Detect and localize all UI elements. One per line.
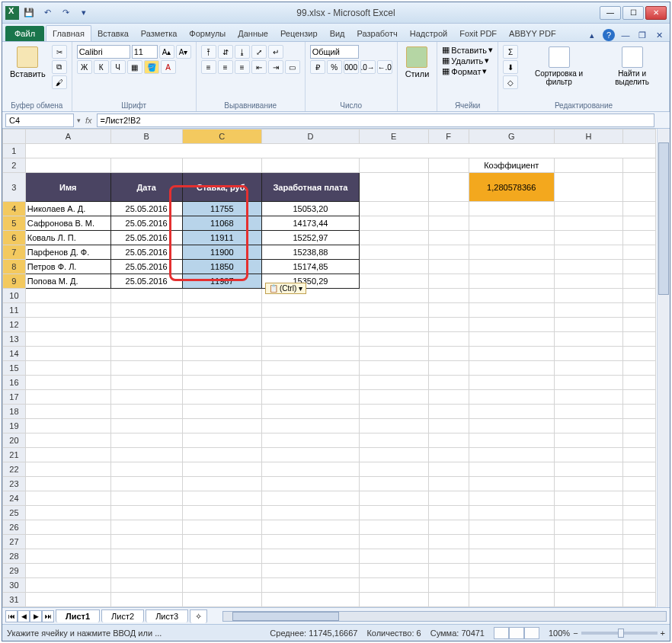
align-top-button[interactable]: ⭱ (201, 45, 216, 59)
tab-addins[interactable]: Надстрой (404, 26, 453, 41)
col-header-F[interactable]: F (428, 130, 469, 144)
orientation-button[interactable]: ⤢ (251, 45, 267, 59)
autosum-button[interactable]: Σ (503, 45, 518, 59)
sheet-nav-prev[interactable]: ◀ (18, 610, 30, 622)
align-middle-button[interactable]: ⇵ (218, 45, 233, 59)
header-rate[interactable]: Ставка, руб. (182, 173, 261, 202)
horizontal-scrollbar[interactable] (222, 611, 667, 622)
format-painter-button[interactable]: 🖌 (52, 75, 67, 89)
border-button[interactable]: ▦ (127, 60, 142, 74)
formula-input[interactable]: =Лист2!B2 (97, 114, 654, 127)
workbook-restore-button[interactable]: ❐ (636, 29, 648, 41)
paste-button[interactable]: Вставить (7, 45, 49, 80)
clear-button[interactable]: ◇ (503, 75, 518, 89)
number-format-select[interactable] (310, 45, 359, 59)
percent-button[interactable]: % (327, 60, 342, 74)
close-button[interactable]: ✕ (645, 6, 667, 20)
col-header-B[interactable]: B (110, 130, 182, 144)
insert-cells-button[interactable]: ▦ Вставить ▾ (442, 45, 493, 55)
tab-insert[interactable]: Вставка (91, 26, 135, 41)
align-left-button[interactable]: ≡ (201, 60, 216, 74)
comma-button[interactable]: 000 (344, 60, 359, 74)
font-name-select[interactable] (77, 45, 130, 59)
decrease-font-button[interactable]: A▾ (176, 45, 191, 59)
zoom-slider[interactable] (581, 632, 658, 635)
decrease-indent-button[interactable]: ⇤ (251, 60, 267, 74)
row-header-9[interactable]: 9 (3, 274, 26, 289)
namebox-dropdown-icon[interactable]: ▾ (77, 117, 81, 124)
minimize-ribbon-button[interactable]: ▴ (586, 29, 598, 41)
tab-layout[interactable]: Разметка (135, 26, 184, 41)
view-page-break-button[interactable] (524, 627, 539, 639)
sheet-tab-2[interactable]: Лист2 (101, 609, 144, 622)
sheet-nav-first[interactable]: ⏮ (5, 610, 18, 622)
increase-font-button[interactable]: A▴ (159, 45, 174, 59)
hscroll-thumb[interactable] (232, 612, 339, 621)
currency-button[interactable]: ₽ (310, 60, 325, 74)
header-salary[interactable]: Заработная плата (262, 173, 360, 202)
fx-icon[interactable]: fx (85, 116, 92, 125)
header-date[interactable]: Дата (110, 173, 182, 202)
header-name[interactable]: Имя (25, 173, 110, 202)
cell[interactable] (25, 144, 655, 158)
styles-button[interactable]: Стили (402, 45, 433, 80)
format-cells-button[interactable]: ▦ Формат ▾ (442, 66, 487, 76)
sheet-nav-next[interactable]: ▶ (30, 610, 42, 622)
increase-decimal-button[interactable]: .0→ (360, 60, 376, 74)
col-header-D[interactable]: D (262, 130, 360, 144)
view-page-layout-button[interactable] (509, 627, 524, 639)
undo-button[interactable]: ↶ (39, 5, 56, 21)
decrease-decimal-button[interactable]: ←.0 (377, 60, 392, 74)
col-header-C[interactable]: C (182, 130, 261, 144)
tab-developer[interactable]: Разработч (351, 26, 404, 41)
redo-button[interactable]: ↷ (57, 5, 74, 21)
qat-customize-button[interactable]: ▾ (75, 5, 92, 21)
tab-view[interactable]: Вид (324, 26, 351, 41)
italic-button[interactable]: К (94, 60, 109, 74)
cell-name[interactable]: Николаев А. Д. (25, 202, 110, 216)
paste-options-button[interactable]: 📋 (Ctrl) ▾ (265, 283, 306, 294)
koef-value-cell[interactable]: 1,280578366 (469, 173, 554, 202)
vscroll-thumb[interactable] (658, 142, 669, 295)
fill-color-button[interactable]: 🪣 (144, 60, 159, 74)
col-header-blank[interactable] (623, 130, 656, 144)
font-size-select[interactable] (132, 45, 158, 59)
cut-button[interactable]: ✂ (52, 45, 67, 59)
new-sheet-button[interactable]: ✧ (190, 609, 207, 623)
font-color-button[interactable]: A (161, 60, 176, 74)
row-header-6[interactable]: 6 (3, 231, 26, 245)
workbook-close-button[interactable]: ✕ (653, 29, 665, 41)
zoom-in-button[interactable]: + (661, 629, 665, 638)
sort-filter-button[interactable]: Сортировка и фильтр (521, 45, 597, 88)
col-header-A[interactable]: A (25, 130, 110, 144)
save-button[interactable]: 💾 (21, 5, 37, 21)
koef-label-cell[interactable]: Коэффициент (469, 158, 554, 173)
tab-data[interactable]: Данные (232, 26, 274, 41)
name-box[interactable]: C4 (5, 114, 74, 127)
help-icon[interactable]: ? (603, 29, 615, 41)
wrap-text-button[interactable]: ↵ (268, 45, 283, 59)
row-header-3[interactable]: 3 (3, 173, 26, 202)
tab-foxit[interactable]: Foxit PDF (453, 26, 503, 41)
vertical-scrollbar[interactable] (657, 129, 670, 607)
row-header-5[interactable]: 5 (3, 216, 26, 231)
merge-button[interactable]: ▭ (285, 60, 300, 74)
delete-cells-button[interactable]: ▦ Удалить ▾ (442, 56, 489, 66)
underline-button[interactable]: Ч (110, 60, 126, 74)
row-header-1[interactable]: 1 (3, 144, 26, 158)
row-header-8[interactable]: 8 (3, 260, 26, 274)
tab-review[interactable]: Рецензир (274, 26, 324, 41)
col-header-E[interactable]: E (359, 130, 428, 144)
minimize-button[interactable]: — (600, 6, 621, 20)
increase-indent-button[interactable]: ⇥ (268, 60, 283, 74)
align-center-button[interactable]: ≡ (218, 60, 233, 74)
row-header-4[interactable]: 4 (3, 202, 26, 216)
row-header-2[interactable]: 2 (3, 158, 26, 173)
select-all-corner[interactable] (3, 130, 26, 144)
spreadsheet-grid[interactable]: A B C D E F G H 1 2 Коэффициент 3 И (2, 129, 670, 607)
tab-home[interactable]: Главная (46, 25, 91, 41)
sheet-tab-3[interactable]: Лист3 (146, 609, 188, 622)
zoom-out-button[interactable]: − (573, 629, 578, 638)
align-right-button[interactable]: ≡ (235, 60, 250, 74)
file-tab[interactable]: Файл (5, 26, 44, 41)
